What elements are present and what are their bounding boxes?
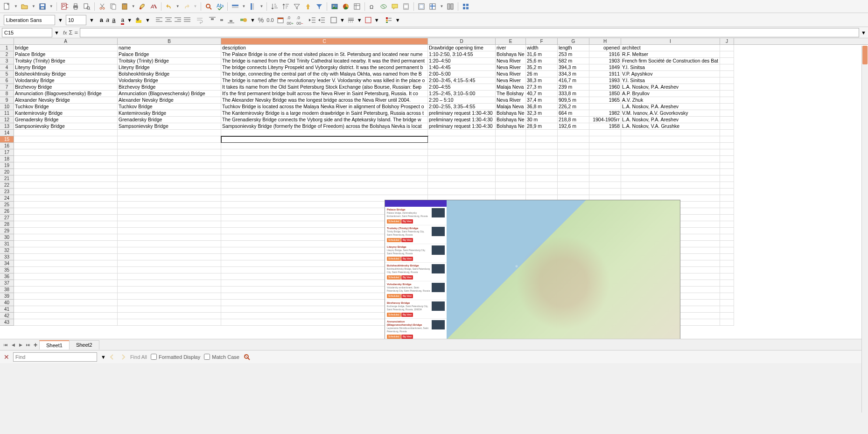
- cell[interactable]: [14, 195, 118, 202]
- cell[interactable]: 1903: [589, 58, 621, 64]
- cell[interactable]: 909,5 m: [558, 97, 589, 104]
- special-char-icon[interactable]: Ω: [367, 1, 378, 12]
- image-icon[interactable]: [329, 1, 340, 12]
- formula-icon[interactable]: =: [75, 29, 78, 36]
- cell[interactable]: [720, 234, 734, 241]
- row-header-5[interactable]: 5: [0, 71, 14, 77]
- cell[interactable]: It takes its name from the Old Saint Pet…: [221, 84, 428, 91]
- bold-icon[interactable]: a: [100, 16, 103, 23]
- row-header-4[interactable]: 4: [0, 64, 14, 71]
- cell[interactable]: [720, 228, 734, 234]
- cell[interactable]: The Palace Bridge is one of the most vis…: [221, 51, 428, 58]
- cell[interactable]: [14, 169, 118, 175]
- cell[interactable]: [720, 110, 734, 117]
- cell[interactable]: [558, 162, 589, 169]
- cell[interactable]: [428, 149, 496, 156]
- column-header-E[interactable]: E: [496, 38, 526, 44]
- cell[interactable]: 1916: [589, 51, 621, 58]
- row-header-20[interactable]: 20: [0, 169, 14, 175]
- cell[interactable]: Grenadersky Bridge: [118, 117, 221, 123]
- cell[interactable]: [496, 156, 526, 162]
- cell[interactable]: [221, 175, 428, 182]
- cell[interactable]: [720, 319, 734, 326]
- cell[interactable]: preliminary request 1:30-4:30: [428, 110, 496, 117]
- cell[interactable]: [621, 136, 720, 143]
- cell[interactable]: [118, 143, 221, 149]
- cell[interactable]: L.A. Noskov, P.A. Areshev: [621, 117, 720, 123]
- row-header-2[interactable]: 2: [0, 51, 14, 58]
- cell[interactable]: [720, 123, 734, 130]
- embedded-image[interactable]: Palace BridgePalace bridge, Admiralteysk…: [385, 200, 680, 339]
- chart-icon[interactable]: [341, 1, 351, 12]
- conditional-format-icon[interactable]: [385, 16, 392, 24]
- cell[interactable]: [14, 241, 118, 247]
- cell[interactable]: The Bolshay: [496, 91, 526, 97]
- cell[interactable]: Liteyny Bridge: [118, 64, 221, 71]
- cell[interactable]: [621, 182, 720, 189]
- copy-icon[interactable]: [108, 1, 119, 12]
- cell[interactable]: Troitsky (Trinity) Bridge: [14, 58, 118, 64]
- cell[interactable]: [720, 71, 734, 77]
- cell[interactable]: [14, 306, 118, 313]
- border-color-icon[interactable]: [365, 17, 371, 23]
- cell[interactable]: [428, 189, 496, 195]
- cell[interactable]: A.V. Zhuk: [621, 97, 720, 104]
- cell[interactable]: [720, 104, 734, 110]
- cell[interactable]: [118, 319, 221, 326]
- formula-expand[interactable]: ▼: [861, 30, 866, 35]
- cell[interactable]: [14, 234, 118, 241]
- cell[interactable]: [118, 241, 221, 247]
- cell[interactable]: [428, 182, 496, 189]
- cell[interactable]: 2:00–4:55: [428, 84, 496, 91]
- font-size-input[interactable]: [66, 15, 86, 25]
- cell[interactable]: [118, 247, 221, 254]
- cell[interactable]: 30 m: [526, 117, 558, 123]
- borders-dropdown[interactable]: ▼: [340, 17, 345, 23]
- column-header-A[interactable]: A: [14, 38, 118, 44]
- cell[interactable]: [720, 247, 734, 254]
- cut-icon[interactable]: [97, 1, 107, 12]
- find-input[interactable]: [13, 352, 97, 362]
- vertical-scrollbar[interactable]: [861, 46, 868, 413]
- row-header-36[interactable]: 36: [0, 273, 14, 280]
- cell[interactable]: [118, 287, 221, 293]
- cell[interactable]: [720, 84, 734, 91]
- find-prev-icon[interactable]: [110, 354, 116, 360]
- row-header-23[interactable]: 23: [0, 189, 14, 195]
- cell[interactable]: [14, 273, 118, 280]
- cell[interactable]: Volodarsky Bridge: [118, 77, 221, 84]
- cell[interactable]: [118, 202, 221, 208]
- cell[interactable]: [118, 267, 221, 273]
- cell[interactable]: [118, 254, 221, 260]
- hyperlink-icon[interactable]: [378, 1, 389, 12]
- cell[interactable]: [118, 169, 221, 175]
- autofilter-icon[interactable]: [292, 1, 302, 12]
- cell[interactable]: preliminary request 1:30-4:30: [428, 117, 496, 123]
- cell[interactable]: [589, 182, 621, 189]
- percent-icon[interactable]: %: [258, 16, 264, 24]
- cell[interactable]: 1850: [589, 91, 621, 97]
- cell[interactable]: [720, 273, 734, 280]
- cell[interactable]: Annunciation (Blagoveschensky) Bridge: [118, 91, 221, 97]
- row-header-25[interactable]: 25: [0, 202, 14, 208]
- cell[interactable]: [14, 228, 118, 234]
- cell[interactable]: 2:00–2:55, 3:35–4:55: [428, 104, 496, 110]
- cell[interactable]: [14, 136, 118, 143]
- cell-ref-dropdown[interactable]: ▼: [54, 30, 59, 35]
- cell[interactable]: [558, 143, 589, 149]
- column-header-J[interactable]: J: [720, 38, 734, 44]
- cell[interactable]: [526, 149, 558, 156]
- remove-decimal-icon[interactable]: .000−: [296, 14, 303, 26]
- spellcheck-icon[interactable]: Abc: [215, 1, 225, 12]
- cell[interactable]: The Grenadiersky Bridge connects the Vyb…: [221, 117, 428, 123]
- row-header-28[interactable]: 28: [0, 221, 14, 228]
- row-header-6[interactable]: 6: [0, 77, 14, 84]
- cell[interactable]: [720, 313, 734, 319]
- cell[interactable]: 38,3 m: [526, 77, 558, 84]
- cell[interactable]: Birzhevoy Bridge: [14, 84, 118, 91]
- cell[interactable]: Alexander Nevsky Bridge: [118, 97, 221, 104]
- column-header-I[interactable]: I: [621, 38, 720, 44]
- cell[interactable]: [720, 280, 734, 287]
- row-header-8[interactable]: 8: [0, 91, 14, 97]
- border-style-icon[interactable]: [348, 17, 354, 23]
